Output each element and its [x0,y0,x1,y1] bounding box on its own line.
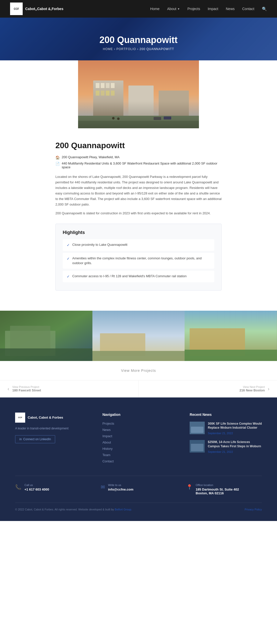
footer-office: 📍 Office location 185 Dartmouth St. Suit… [186,484,262,495]
news-item-2[interactable]: $250M, 14-Acre Life Sciences Campus Take… [190,440,262,454]
search-icon[interactable]: 🔍 [262,7,267,11]
news-item-1[interactable]: 300K SF Life Science Complex Would Repla… [190,422,262,435]
next-project-link[interactable]: View Next Project 216 New Boston › [139,380,277,397]
project-title: 200 Quannapowitt [55,141,222,150]
svg-rect-6 [96,91,99,96]
prev-project-link[interactable]: ‹ View Previous Project 180 Fawcett Stre… [0,380,139,397]
footer-office-info: Office location 185 Dartmouth St. Suite … [196,484,239,495]
footer-nav-projects[interactable]: Projects [102,422,175,425]
check-icon-3: ✓ [67,274,70,279]
svg-rect-16 [154,117,161,120]
main-project-image [78,60,199,128]
news-thumb-2 [190,440,205,453]
location-icon: 🏠 [55,155,60,159]
footer-logo: CCF Cabot, Cabot & Forbes [15,413,87,423]
highlight-text-1: Close proximity to Lake Quannapowitt [72,242,127,247]
footer-nav-contact[interactable]: Contact [102,459,175,463]
footer-logo-box: CCF [15,413,25,423]
nav-projects[interactable]: Projects [187,7,200,11]
breadcrumb-home[interactable]: HOME [103,47,113,51]
units-icon: 📄 [55,162,60,166]
view-more-button[interactable]: View More Projects [121,369,156,373]
logo-area[interactable]: CCF Cabot,,Cabot &,Forbes [10,3,63,15]
svg-rect-8 [106,91,110,96]
check-icon-1: ✓ [67,243,70,248]
next-arrow-icon: › [268,386,269,392]
linkedin-icon: in [19,437,22,441]
description-para-1: Located on the shores of Lake Quannapowi… [55,174,222,208]
check-icon-2: ✓ [67,256,70,261]
svg-rect-17 [164,116,171,119]
next-project-info: View Next Project 216 New Boston [239,385,265,392]
gallery-image-2[interactable] [92,311,185,361]
news-item-1-text: 300K SF Life Science Complex Would Repla… [208,422,262,435]
copyright-text: © 2022 Cabot, Cabot & Forbes. All rights… [15,508,132,511]
svg-rect-3 [101,83,105,88]
svg-point-14 [112,117,115,119]
footer-call-info: Call us +1 617 603 4000 [24,484,49,491]
footer-nav-impact[interactable]: Impact [102,434,175,438]
svg-rect-29 [191,427,203,433]
project-description: Located on the shores of Lake Quannapowi… [55,174,222,216]
footer-nav-news[interactable]: News [102,428,175,432]
main-image-container [0,60,277,128]
site-footer: CCF Cabot, Cabot & Forbes A leader in tr… [0,397,277,521]
svg-rect-24 [92,351,185,361]
nav-impact[interactable]: Impact [208,7,218,11]
location-pin-icon: 📍 [186,484,193,490]
nav-contact[interactable]: Contact [242,7,254,11]
gallery-image-3[interactable] [185,311,277,361]
footer-nav-team[interactable]: Team [102,453,175,457]
nav-home[interactable]: Home [150,7,159,11]
prev-arrow-icon: ‹ [8,386,9,392]
breadcrumb-portfolio[interactable]: PORTFOLIO [116,47,136,51]
linkedin-button[interactable]: in Connect on LinkedIn [15,435,55,443]
svg-rect-31 [191,444,203,451]
highlight-item-2: ✓ Amenities within the complex include f… [63,253,214,269]
footer-nav: Projects News Impact About History Team … [102,422,175,463]
privacy-policy-link[interactable]: Privacy Policy [245,508,262,511]
breadcrumb-current: 200 QUANNAPOWITT [140,47,174,51]
highlight-text-3: Commuter access to I-95 / Rt 128 and Wak… [72,274,187,279]
project-units: 440 Multifamily Residential Units & 3,60… [62,162,222,169]
svg-rect-10 [128,86,154,121]
svg-rect-5 [111,83,115,88]
footer-nav-col: Navigation Projects News Impact About Hi… [102,413,175,466]
site-header: CCF Cabot,,Cabot &,Forbes Home About ▼ P… [0,0,277,18]
highlight-text-2: Amenities within the complex include fit… [72,256,210,266]
footer-call: 📞 Call us +1 617 603 4000 [15,484,91,495]
nav-about[interactable]: About ▼ [167,7,180,11]
svg-point-15 [117,117,120,120]
recent-news-title: Recent News [190,413,262,417]
svg-rect-7 [101,91,105,96]
prev-project-title: 180 Fawcett Street [12,388,41,392]
svg-rect-21 [0,348,92,361]
gallery-image-1[interactable] [0,311,92,361]
footer-email-info: Write to us info@ccfne.com [108,484,133,491]
belfort-link[interactable]: Belfort Group. [115,508,132,511]
svg-rect-2 [96,83,99,88]
footer-nav-about[interactable]: About [102,440,175,444]
footer-news-col: Recent News 300K SF Life Science Complex… [190,413,262,466]
news-thumb-1 [190,422,205,434]
highlights-section: Highlights ✓ Close proximity to Lake Qua… [55,224,222,291]
project-navigation: ‹ View Previous Project 180 Fawcett Stre… [0,380,277,397]
prev-project-info: View Previous Project 180 Fawcett Street [12,385,41,392]
copyright-bar: © 2022 Cabot, Cabot & Forbes. All rights… [15,503,262,511]
highlight-item-3: ✓ Commuter access to I-95 / Rt 128 and W… [63,271,214,282]
main-nav: Home About ▼ Projects Impact News Contac… [150,7,267,11]
footer-contact-row: 📞 Call us +1 617 603 4000 ✉ Write to us … [15,476,262,503]
svg-rect-9 [111,91,115,96]
next-project-title: 216 New Boston [239,388,265,392]
view-more-section: View More Projects [0,361,277,380]
nav-news[interactable]: News [226,7,235,11]
footer-logo-text: Cabot, Cabot & Forbes [28,416,63,419]
phone-icon: 📞 [15,484,21,490]
logo-text: Cabot,,Cabot &,Forbes [25,7,63,11]
footer-top: CCF Cabot, Cabot & Forbes A leader in tr… [15,413,262,476]
footer-nav-history[interactable]: History [102,447,175,451]
logo-box: CCF [10,3,23,15]
highlights-title: Highlights [63,230,214,235]
gallery-section [0,311,277,361]
hero-title: 200 Quannapowitt [99,35,178,45]
